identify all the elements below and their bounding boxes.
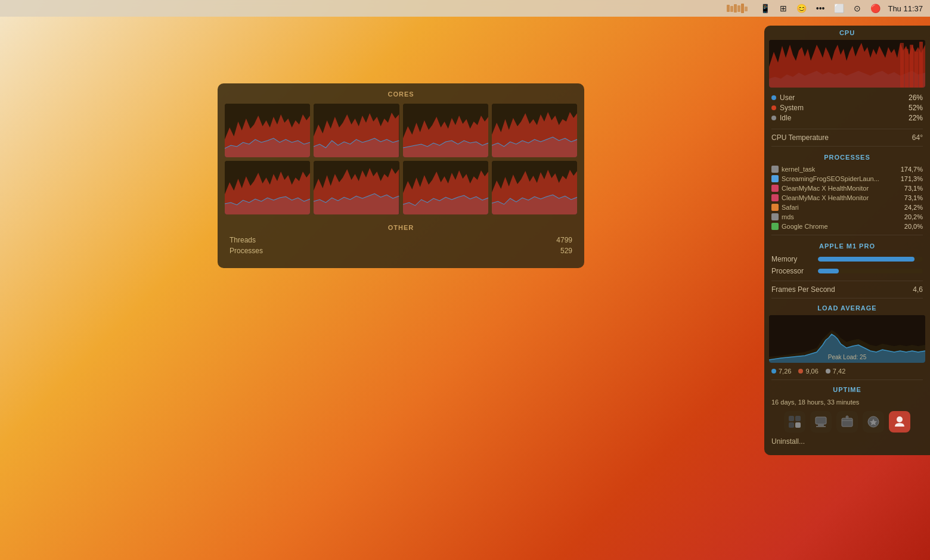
load-chart: Peak Load: 25	[769, 315, 925, 363]
airplay-icon[interactable]: ⬜	[832, 2, 847, 14]
bottom-icon-2[interactable]	[810, 411, 832, 433]
load1-dot	[771, 369, 776, 374]
uptime-title: UPTIME	[764, 382, 930, 397]
threads-row: Threads 4799	[230, 236, 572, 244]
core-cell-4	[492, 104, 577, 157]
svg-rect-0	[727, 5, 730, 12]
process-name-0: kernel_task	[771, 166, 901, 173]
svg-rect-23	[789, 422, 794, 428]
process-row-1: ScreamingFrogSEOSpiderLaun... 171,3%	[764, 174, 930, 183]
svg-point-32	[897, 416, 903, 422]
process-row-0: kernel_task 174,7%	[764, 164, 930, 174]
user-value: 26%	[909, 94, 923, 102]
core-cell-1	[225, 104, 310, 157]
face-icon[interactable]: 😊	[794, 2, 809, 14]
process-row-3: CleanMyMac X HealthMonitor 73,1%	[764, 193, 930, 203]
focus-icon[interactable]: 🔴	[868, 2, 883, 14]
process-row-2: CleanMyMac X HealthMonitor 73,1%	[764, 183, 930, 193]
processes-value: 529	[560, 247, 572, 255]
processor-label: Processor	[771, 267, 813, 275]
bottom-icons	[764, 407, 930, 436]
other-title: OTHER	[230, 224, 572, 231]
core-cell-3	[403, 104, 488, 157]
user-dot	[771, 95, 776, 100]
svg-rect-1	[730, 6, 733, 12]
svg-rect-4	[741, 4, 744, 13]
load2-legend: 9,06	[798, 368, 818, 375]
menubar-time: Thu 11:37	[888, 4, 923, 13]
process-name-2: CleanMyMac X HealthMonitor	[771, 185, 904, 192]
process-icon-2	[771, 185, 779, 192]
uptime-value: 16 days, 18 hours, 33 minutes	[764, 397, 930, 407]
core-cell-2	[314, 104, 399, 157]
svg-rect-5	[745, 7, 748, 11]
peak-load-label: Peak Load: 25	[828, 354, 867, 360]
bottom-icon-4[interactable]	[863, 411, 884, 433]
user-label: User	[780, 94, 795, 102]
load3-dot	[826, 369, 830, 374]
svg-rect-2	[734, 4, 737, 13]
svg-rect-26	[818, 424, 824, 426]
svg-rect-17	[910, 45, 913, 88]
core-cell-8	[492, 161, 577, 214]
cpu-main-chart	[769, 40, 925, 88]
fps-row: Frames Per Second 4,6	[764, 284, 930, 295]
process-icon-5	[771, 213, 779, 220]
dots-menu-icon[interactable]: •••	[814, 2, 827, 14]
svg-rect-18	[914, 52, 918, 88]
process-icon-0	[771, 166, 779, 173]
process-icon-1	[771, 175, 779, 182]
process-icon-6	[771, 223, 779, 230]
bottom-icon-5[interactable]	[889, 411, 910, 433]
load1-legend: 7,26	[771, 368, 791, 375]
svg-rect-15	[900, 43, 904, 88]
process-row-6: Google Chrome 20,0%	[764, 222, 930, 231]
processes-title: PROCESSES	[764, 150, 930, 164]
grid-icon[interactable]: ⊞	[777, 2, 789, 14]
process-value-5: 20,2%	[904, 213, 923, 220]
apple-title: APPLE M1 PRO	[764, 239, 930, 253]
cpu-title: CPU	[764, 26, 930, 40]
process-value-3: 73,1%	[904, 194, 923, 201]
memory-track	[818, 257, 923, 262]
process-icon-3	[771, 194, 779, 201]
process-name-6: Google Chrome	[771, 223, 904, 230]
process-row-4: Safari 24,2%	[764, 203, 930, 212]
load-legend: 7,26 9,06 7,42	[764, 365, 930, 377]
process-name-1: ScreamingFrogSEOSpiderLaun...	[771, 175, 901, 182]
control-center-icon[interactable]: ⊙	[851, 2, 863, 14]
svg-rect-22	[795, 416, 801, 421]
fps-value: 4,6	[913, 285, 923, 294]
svg-rect-21	[789, 416, 794, 421]
core-cell-7	[403, 161, 488, 214]
bottom-icon-3[interactable]	[836, 411, 858, 433]
processor-bar-row: Processor	[764, 265, 930, 277]
process-name-text-5: mds	[782, 213, 794, 220]
phone-icon[interactable]: 📱	[758, 2, 773, 14]
svg-rect-24	[795, 422, 801, 428]
svg-rect-3	[737, 5, 740, 12]
load3-legend: 7,42	[826, 368, 845, 375]
threads-label: Threads	[230, 236, 256, 244]
process-icon-4	[771, 204, 779, 211]
svg-rect-16	[905, 49, 909, 88]
process-value-2: 73,1%	[904, 185, 923, 192]
threads-value: 4799	[556, 236, 572, 244]
process-row-5: mds 20,2%	[764, 212, 930, 222]
load1-value: 7,26	[779, 368, 791, 375]
load2-dot	[798, 369, 803, 374]
battery-stats-icon[interactable]	[724, 2, 753, 14]
process-name-text-3: CleanMyMac X HealthMonitor	[782, 194, 869, 201]
core-cell-5	[225, 161, 310, 214]
bottom-icon-1[interactable]	[784, 411, 805, 433]
temp-value: 64°	[912, 133, 923, 142]
idle-label: Idle	[780, 114, 791, 122]
cpu-stats: User 26% System 52% Idle 22%	[764, 91, 930, 126]
uninstall-button[interactable]: Uninstall...	[764, 436, 930, 449]
idle-value: 22%	[909, 114, 923, 122]
temp-label: CPU Temperature	[771, 133, 829, 142]
process-name-text-6: Google Chrome	[782, 223, 828, 230]
process-name-text-4: Safari	[782, 204, 799, 211]
idle-stat-row: Idle 22%	[771, 114, 923, 122]
process-name-text-0: kernel_task	[782, 166, 815, 173]
